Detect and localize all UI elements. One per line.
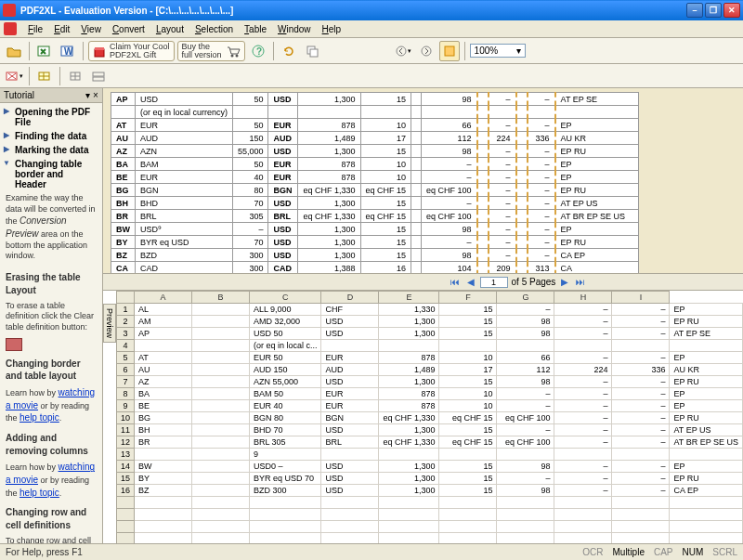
grid-cell[interactable]: – [612, 424, 670, 436]
grid-cell[interactable]: EUR [321, 400, 379, 412]
grid-cell[interactable]: EP RU [670, 316, 743, 328]
grid-cell[interactable] [191, 340, 249, 352]
grid-cell[interactable]: CHF [321, 304, 379, 316]
nav-prev-button[interactable]: ▾ [393, 41, 413, 61]
grid-cell[interactable] [191, 461, 249, 473]
grid-cell[interactable]: 10 [439, 352, 497, 364]
grid-row-header[interactable]: 4 [116, 340, 134, 352]
grid-cell[interactable]: – [612, 461, 670, 473]
grid-cell[interactable]: – [497, 473, 554, 485]
grid-row-header[interactable]: 1 [116, 304, 134, 316]
grid-cell[interactable]: – [554, 328, 612, 340]
grid-cell[interactable]: 15 [439, 473, 497, 485]
buy-button[interactable]: Buy the full version [177, 41, 245, 61]
grid-cell[interactable] [191, 436, 249, 449]
minimize-button[interactable]: – [686, 3, 703, 18]
grid-cell[interactable]: 336 [612, 364, 670, 376]
menu-window[interactable]: Window [272, 22, 317, 36]
grid-col-header[interactable]: A [134, 292, 191, 304]
grid-cell[interactable]: BYR eq USD 70 [249, 473, 321, 485]
grid-row-header[interactable]: 3 [116, 328, 134, 340]
grid-cell[interactable]: CA EP [670, 485, 743, 497]
grid-cell[interactable] [321, 449, 379, 461]
grid-row-header[interactable]: 14 [116, 461, 134, 473]
sidebar-close-icon[interactable]: × [93, 90, 98, 100]
grid-cell[interactable]: EP [670, 352, 743, 364]
grid-cell[interactable]: USD [321, 328, 379, 340]
grid-cell[interactable]: – [554, 412, 612, 424]
menu-selection[interactable]: Selection [189, 22, 239, 36]
grid-cell[interactable]: BW [134, 461, 191, 473]
grid-cell[interactable] [612, 449, 670, 461]
grid-cell[interactable] [191, 412, 249, 424]
grid-cell[interactable] [554, 449, 612, 461]
grid-cell[interactable]: – [497, 304, 554, 316]
grid-cell[interactable]: eq CHF 1,330 [379, 412, 439, 424]
grid-cell[interactable] [191, 400, 249, 412]
grid-row-header[interactable]: 9 [116, 400, 134, 412]
grid-cell[interactable]: 15 [439, 328, 497, 340]
grid-cell[interactable]: AT [134, 352, 191, 364]
grid-cell[interactable]: eq CHF 15 [439, 412, 497, 424]
grid-cell[interactable]: AUD 150 [249, 364, 321, 376]
grid-cell[interactable]: – [497, 424, 554, 436]
grid-cell[interactable]: – [612, 376, 670, 388]
grid-col-header[interactable]: G [497, 292, 554, 304]
grid-cell[interactable]: 1,330 [379, 304, 439, 316]
grid-cell[interactable] [379, 449, 439, 461]
grid-cell[interactable]: BRL [321, 436, 379, 449]
menu-view[interactable]: View [75, 22, 107, 36]
grid-cell[interactable]: – [554, 352, 612, 364]
grid-cell[interactable]: BG [134, 412, 191, 424]
grid-cell[interactable]: (or eq in local c... [249, 340, 321, 352]
grid-cell[interactable]: BR [134, 436, 191, 449]
grid-cell[interactable]: AT EP SE [670, 328, 743, 340]
grid-cell[interactable]: – [554, 485, 612, 497]
menu-layout[interactable]: Layout [150, 22, 189, 36]
grid-cell[interactable]: – [554, 473, 612, 485]
grid-cell[interactable]: EUR [321, 352, 379, 364]
page-first-button[interactable]: ⏮ [449, 277, 462, 287]
grid-cell[interactable]: AT BR EP SE US [670, 436, 743, 449]
grid-row-header[interactable]: 16 [116, 485, 134, 497]
grid-cell[interactable]: 878 [379, 400, 439, 412]
grid-cell[interactable] [191, 364, 249, 376]
grid-cell[interactable] [134, 340, 191, 352]
grid-cell[interactable]: 15 [439, 304, 497, 316]
grid-col-header[interactable]: D [321, 292, 379, 304]
grid-cell[interactable]: USD0 – [249, 461, 321, 473]
grid-cell[interactable] [497, 449, 554, 461]
grid-col-header[interactable]: H [554, 292, 612, 304]
grid-cell[interactable] [191, 376, 249, 388]
grid-button[interactable] [65, 66, 85, 86]
grid-cell[interactable]: 98 [497, 376, 554, 388]
grid-cell[interactable]: EUR 40 [249, 400, 321, 412]
refresh-button[interactable] [279, 41, 299, 61]
grid-cell[interactable]: BH [134, 424, 191, 436]
grid-cell[interactable]: 98 [497, 461, 554, 473]
grid-cell[interactable]: – [612, 352, 670, 364]
grid-cell[interactable]: EUR [321, 388, 379, 400]
grid-cell[interactable]: BRL 305 [249, 436, 321, 449]
sidebar-item[interactable]: Finding the data [2, 129, 100, 143]
convert-excel-button[interactable] [34, 41, 55, 61]
grid-cell[interactable]: 10 [439, 400, 497, 412]
pdf-table-pane[interactable]: APUSD50USD1,3001598––AT EP SE (or eq in … [103, 88, 743, 274]
grid-cell[interactable]: BY [134, 473, 191, 485]
maximize-button[interactable]: ❐ [705, 3, 722, 18]
grid-cell[interactable]: eq CHF 100 [497, 412, 554, 424]
grid-cell[interactable]: 1,489 [379, 364, 439, 376]
grid-cell[interactable]: 224 [554, 364, 612, 376]
grid-cell[interactable]: 15 [439, 316, 497, 328]
grid-cell[interactable]: 878 [379, 352, 439, 364]
open-button[interactable] [4, 41, 24, 61]
grid-cell[interactable]: ALL 9,000 [249, 304, 321, 316]
grid-cell[interactable]: – [612, 400, 670, 412]
sidebar-item[interactable]: Opening the PDF File [2, 105, 100, 129]
grid-cell[interactable] [134, 449, 191, 461]
grid-cell[interactable]: AP [134, 328, 191, 340]
grid-col-header[interactable]: C [249, 292, 321, 304]
grid-row-header[interactable]: 13 [116, 449, 134, 461]
grid-cell[interactable]: AU KR [670, 364, 743, 376]
menu-table[interactable]: Table [239, 22, 272, 36]
